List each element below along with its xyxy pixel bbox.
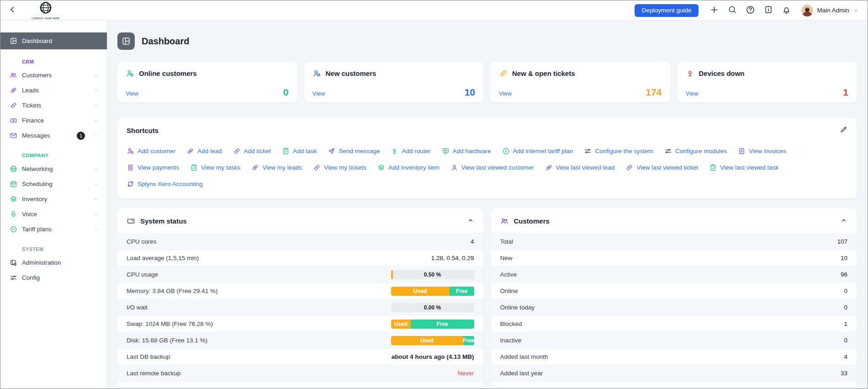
shortcuts-row-1: Add customer Add lead Add ticket Add tas… — [127, 143, 847, 159]
chevron-down-icon — [93, 166, 99, 172]
chevron-down-icon — [93, 181, 99, 187]
view-link[interactable]: View — [126, 90, 138, 97]
page-title: Dashboard — [142, 36, 189, 47]
cash-icon — [10, 117, 17, 124]
edit-shortcuts-button[interactable] — [840, 126, 847, 135]
chevron-left-icon — [8, 5, 17, 16]
table-row: Active 96 — [491, 266, 857, 283]
shortcut-view-my-tasks[interactable]: View my tasks — [190, 164, 240, 171]
microphone-icon — [10, 210, 17, 218]
table-row: Added last month 4 — [491, 349, 857, 365]
card-online-customers: Online customers View 0 — [117, 62, 297, 102]
app-window: COMPANY NAME HERE Deployment guide Main … — [0, 0, 868, 389]
server-card-icon — [127, 217, 135, 225]
shortcut-view-last-viewed-lead[interactable]: View last viewed lead — [545, 164, 615, 171]
shortcut-configure-modules[interactable]: Configure modules — [664, 147, 727, 155]
table-row: Online 0 — [491, 283, 857, 299]
add-button[interactable] — [709, 5, 719, 16]
shortcut-view-last-viewed-customer[interactable]: View last viewed customer — [450, 164, 534, 171]
mail-icon — [10, 132, 17, 139]
card-new-open-tickets: New & open tickets View 174 — [491, 62, 670, 102]
table-row: Blocked 1 — [491, 316, 857, 332]
sidebar-item-inventory[interactable]: Inventory — [0, 192, 107, 207]
shortcut-add-internet-tariff-plan[interactable]: Add internet tariff plan — [502, 147, 573, 155]
notifications-button[interactable] — [782, 5, 791, 16]
sidebar-item-networking[interactable]: Networking — [0, 161, 107, 176]
shortcut-add-task[interactable]: Add task — [282, 147, 317, 155]
company-logo[interactable]: COMPANY NAME HERE — [32, 1, 59, 20]
shortcut-add-customer[interactable]: Add customer — [127, 147, 175, 155]
sidebar-section-crm: CRM — [22, 59, 107, 64]
sidebar-item-finance[interactable]: Finance — [0, 113, 107, 128]
shortcut-send-message[interactable]: Send message — [328, 147, 380, 155]
clipboard-check-icon — [190, 164, 198, 171]
shortcut-view-payments[interactable]: View payments — [127, 164, 179, 171]
sidebar-item-tariff-plans[interactable]: Tariff plans — [0, 222, 107, 237]
disk-usage-bar: Used Free — [391, 336, 474, 345]
clipboard-check-icon — [709, 164, 717, 171]
shortcut-view-invoices[interactable]: View invoices — [738, 147, 786, 155]
sidebar-item-dashboard[interactable]: Dashboard — [0, 32, 107, 49]
router-icon — [686, 69, 694, 78]
shortcut-configure-the-system[interactable]: Configure the system — [584, 147, 653, 155]
stat-cards-row: Online customers View 0 New customers Vi… — [117, 62, 857, 102]
view-link[interactable]: View — [499, 90, 512, 97]
sidebar-item-scheduling[interactable]: Scheduling — [0, 176, 107, 192]
dashboard-icon — [117, 32, 135, 50]
shortcut-add-lead[interactable]: Add lead — [186, 147, 222, 155]
card-title: New customers — [326, 69, 376, 77]
globe-logo-icon — [39, 1, 53, 16]
view-link[interactable]: View — [312, 90, 325, 97]
handshake-icon — [545, 164, 553, 171]
deployment-guide-button[interactable]: Deployment guide — [635, 4, 699, 17]
sidebar-item-leads[interactable]: Leads — [0, 83, 107, 98]
sync-icon — [127, 180, 134, 188]
cpu-usage-bar: 0.50 % — [391, 270, 474, 279]
shortcut-view-last-viewed-task[interactable]: View last viewed task — [709, 164, 778, 171]
chevron-down-icon — [93, 88, 99, 93]
page-header: Dashboard — [117, 32, 857, 50]
shortcut-add-router[interactable]: Add router — [391, 147, 430, 155]
help-button[interactable] — [746, 5, 755, 16]
chevron-down-icon — [93, 118, 99, 123]
card-value: 0 — [283, 87, 289, 97]
sidebar-item-administration[interactable]: Administration — [0, 255, 107, 270]
chevron-down-icon — [93, 73, 99, 78]
view-link[interactable]: View — [686, 90, 699, 97]
sidebar-item-messages[interactable]: Messages 1 — [0, 128, 107, 143]
shortcut-add-ticket[interactable]: Add ticket — [233, 147, 271, 155]
card-devices-down: Devices down View 1 — [677, 62, 857, 102]
table-row: Inactive 0 — [491, 332, 857, 349]
search-button[interactable] — [728, 5, 737, 16]
back-button[interactable] — [8, 5, 17, 16]
sidebar-item-config[interactable]: Config — [0, 270, 107, 285]
customers-panel: Customers Total 107 New 10 — [491, 208, 857, 387]
shortcut-add-inventory-item[interactable]: Add inventory item — [377, 164, 439, 171]
handshake-icon — [186, 147, 194, 155]
chevron-down-icon — [93, 103, 99, 108]
dashboard-icon — [10, 37, 17, 45]
shortcut-add-hardware[interactable]: Add hardware — [442, 147, 491, 155]
system-status-title: System status — [140, 217, 187, 225]
logo-caption: COMPANY NAME HERE — [32, 17, 59, 20]
documentation-button[interactable] — [764, 5, 773, 16]
sliders-icon — [664, 147, 672, 155]
user-menu[interactable]: Main Admin — [801, 5, 858, 16]
never-status: Never — [457, 370, 474, 377]
sidebar-item-voice[interactable]: Voice — [0, 207, 107, 222]
messages-badge: 1 — [77, 132, 85, 140]
sidebar-section-company: COMPANY — [22, 153, 107, 158]
administration-icon — [10, 259, 17, 266]
ticket-icon — [313, 164, 321, 171]
sidebar-item-customers[interactable]: Customers — [0, 68, 107, 83]
shortcut-view-last-viewed-ticket[interactable]: View last viewed ticket — [625, 164, 698, 171]
shortcut-view-my-tickets[interactable]: View my tickets — [313, 164, 366, 171]
clipboard-check-icon — [282, 147, 290, 155]
collapse-customers-button[interactable] — [840, 217, 847, 225]
shortcut-splynx-xero-accounting[interactable]: Splynx Xero Accounting — [127, 180, 203, 188]
shortcut-view-my-leads[interactable]: View my leads — [251, 164, 302, 171]
shortcuts-row-3: Splynx Xero Accounting — [127, 176, 847, 192]
sidebar-item-tickets[interactable]: Tickets — [0, 98, 107, 113]
collapse-system-status-button[interactable] — [467, 217, 474, 225]
bell-icon — [782, 5, 791, 16]
